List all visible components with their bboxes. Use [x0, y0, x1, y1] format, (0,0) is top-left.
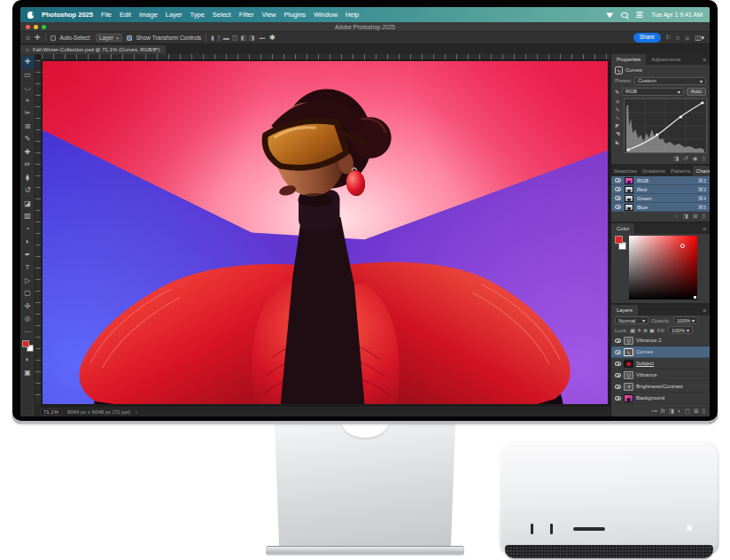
home-icon[interactable]: ⌂ — [26, 35, 30, 42]
tab-swatches[interactable]: Swatches — [611, 166, 640, 176]
edit-toolbar-icon[interactable]: ⋯ — [21, 326, 35, 339]
layer-row-brightness-contrast[interactable]: ◑ Brightness/Contrast — [611, 381, 710, 393]
auto-select-target-dropdown[interactable]: Layer▾ — [96, 34, 122, 42]
move-tool-icon[interactable]: ✛ — [21, 56, 35, 69]
path-selection-tool-icon[interactable]: ▷ — [21, 275, 35, 288]
color-panel-swatches[interactable] — [615, 236, 626, 250]
visibility-eye-icon[interactable] — [615, 205, 621, 209]
menu-file[interactable]: File — [101, 11, 112, 19]
channel-dropdown[interactable]: RGB▾ — [622, 88, 684, 96]
eraser-tool-icon[interactable]: ◪ — [21, 198, 35, 211]
share-button[interactable]: Share — [633, 33, 661, 42]
menu-select[interactable]: Select — [213, 11, 231, 19]
tab-adjustments[interactable]: Adjustments — [646, 54, 686, 65]
sd-card-slot[interactable] — [573, 527, 605, 531]
marquee-tool-icon[interactable]: ▭ — [21, 69, 35, 82]
auto-select-checkbox[interactable] — [50, 35, 56, 41]
show-transform-checkbox[interactable] — [127, 35, 132, 41]
tab-color[interactable]: Color — [611, 223, 634, 234]
fill-dropdown[interactable]: 100%▾ — [668, 326, 693, 334]
wifi-icon[interactable] — [606, 12, 613, 19]
canvas-image[interactable] — [43, 61, 608, 404]
status-chevron-icon[interactable]: › — [136, 409, 137, 415]
screen-mode-icon[interactable]: ▣ — [21, 367, 35, 380]
control-center-icon[interactable] — [636, 12, 643, 19]
visibility-eye-icon[interactable] — [615, 350, 621, 354]
blur-tool-icon[interactable]: ◔ — [21, 223, 35, 237]
zoom-tool-icon[interactable]: ◎ — [21, 313, 35, 326]
layers-footer-icons[interactable]: ⊶ fx ◨ ◐ ▢ ⊞ ▯ — [611, 406, 710, 416]
visibility-eye-icon[interactable] — [615, 373, 621, 377]
menubar-clock[interactable]: Tue Apr 1 9:41 AM — [651, 12, 703, 18]
lasso-tool-icon[interactable]: ◡ — [21, 82, 35, 95]
notifications-bell-icon[interactable]: ⚐ — [665, 34, 672, 42]
brush-tool-icon[interactable]: ✏ — [21, 159, 35, 172]
channels-footer-icons[interactable]: ○ ◨ ⊞ ▯ — [611, 212, 710, 222]
more-options-icon[interactable]: ••• — [260, 35, 265, 41]
tab-channels[interactable]: Channels — [693, 166, 710, 176]
usb-c-port-2[interactable] — [550, 524, 553, 534]
panel-menu-icon[interactable]: ≡ — [703, 307, 710, 314]
pen-tool-icon[interactable]: ✒ — [21, 249, 35, 262]
workspace-switcher-icon[interactable]: ◫▾ — [695, 34, 704, 42]
color-swatches[interactable] — [22, 340, 34, 352]
close-tab-icon[interactable]: × — [26, 47, 29, 53]
history-brush-tool-icon[interactable]: ↺ — [21, 184, 35, 198]
visibility-eye-icon[interactable] — [615, 396, 621, 401]
quick-mask-icon[interactable]: ◐ — [21, 354, 35, 367]
opacity-dropdown[interactable]: 100%▾ — [673, 316, 698, 324]
color-picker-ring[interactable] — [680, 244, 685, 248]
menu-image[interactable]: Image — [139, 11, 158, 19]
layer-row-curves[interactable]: ∿ Curves — [611, 346, 710, 358]
crop-tool-icon[interactable]: ✂ — [21, 107, 35, 121]
usb-c-port-1[interactable] — [531, 524, 533, 534]
foreground-color-swatch[interactable] — [615, 236, 623, 244]
visibility-eye-icon[interactable] — [615, 338, 621, 343]
document-tab[interactable]: × Fall-Winter-Collection.psd @ 71.1% (Cu… — [20, 45, 166, 54]
hue-slider[interactable] — [700, 236, 706, 299]
curves-side-tools[interactable]: ✛ ✎ ∿ ◤ ◥ ◣ — [613, 98, 622, 153]
menu-plugins[interactable]: Plugins — [284, 11, 307, 19]
layer-row-vibrance-2[interactable]: ▽ Vibrance 2 — [611, 335, 710, 346]
zoom-level-field[interactable]: 71.1% — [40, 408, 62, 416]
lock-buttons[interactable]: ▦ ✛ ⊕ ▣ — [630, 327, 654, 333]
object-selection-tool-icon[interactable]: ⌖ — [21, 95, 35, 108]
healing-tool-icon[interactable]: ✚ — [21, 146, 35, 159]
move-tool-preset-icon[interactable]: ✛ — [35, 35, 41, 42]
menu-view[interactable]: View — [261, 11, 276, 19]
layer-row-subject[interactable]: Subject — [611, 358, 710, 369]
clone-stamp-tool-icon[interactable]: ⧫ — [21, 172, 35, 185]
preset-dropdown[interactable]: Custom▾ — [634, 77, 706, 85]
panel-menu-icon[interactable]: ≡ — [703, 57, 710, 63]
saturation-brightness-field[interactable] — [629, 236, 697, 299]
blend-mode-dropdown[interactable]: Normal▾ — [615, 316, 648, 324]
menu-help[interactable]: Help — [346, 11, 359, 19]
gradient-tool-icon[interactable]: ▨ — [21, 210, 35, 223]
eyedropper-tool-icon[interactable]: ✎ — [21, 133, 35, 146]
gear-icon[interactable]: ✱ — [269, 35, 276, 42]
visibility-eye-icon[interactable] — [615, 178, 621, 183]
align-buttons[interactable]: ▮ ▯ ▬ ◫ ◧ ◨ — [211, 35, 255, 42]
properties-footer-icons[interactable]: ◨ ↺ ◉ ▯ — [611, 154, 710, 164]
layer-row-background[interactable]: Background — [611, 393, 710, 404]
hand-tool-icon[interactable]: ✣ — [21, 300, 35, 314]
shape-tool-icon[interactable]: ▢ — [21, 287, 35, 300]
visibility-eye-icon[interactable] — [615, 385, 621, 389]
curves-chart[interactable] — [624, 98, 707, 153]
channel-row-rgb[interactable]: RGB⌘2 — [611, 176, 710, 185]
dodge-tool-icon[interactable]: ◗ — [21, 236, 35, 249]
menu-type[interactable]: Type — [190, 11, 205, 19]
foreground-color-swatch[interactable] — [22, 340, 29, 347]
menu-edit[interactable]: Edit — [120, 11, 131, 19]
apple-menu-icon[interactable] — [27, 12, 34, 19]
panel-menu-icon[interactable]: ≡ — [703, 226, 710, 232]
tab-properties[interactable]: Properties — [611, 54, 646, 65]
tab-layers[interactable]: Layers — [611, 305, 638, 315]
layer-row-vibrance[interactable]: ▽ Vibrance — [611, 369, 710, 381]
tab-patterns[interactable]: Patterns — [668, 166, 693, 176]
visibility-eye-icon[interactable] — [615, 362, 621, 366]
tab-gradients[interactable]: Gradients — [640, 166, 668, 176]
channel-row-red[interactable]: Red⌘3 — [611, 185, 710, 194]
menu-layer[interactable]: Layer — [166, 11, 182, 19]
search-icon[interactable] — [621, 12, 628, 18]
